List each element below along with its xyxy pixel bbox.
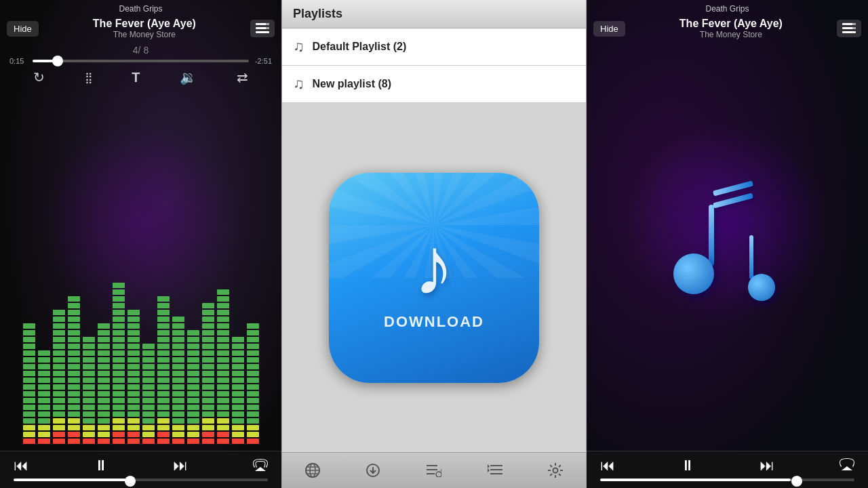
eq-segment-green [202, 357, 214, 363]
eq-segment-green [38, 357, 50, 363]
volume-button[interactable]: 🔉 [180, 69, 197, 85]
eq-segment-green [217, 303, 229, 308]
eq-segment-green [217, 391, 229, 396]
eq-segment-yellow [232, 425, 244, 430]
left-controls-row: ↻ ⣿ T 🔉 ⇄ [0, 65, 281, 89]
left-airplay-button[interactable] [253, 458, 268, 474]
eq-segment-green [68, 357, 80, 363]
eq-segment-green [202, 411, 214, 417]
eq-segment-green [127, 384, 140, 390]
playlist-tab[interactable] [420, 458, 448, 483]
track-current: 4 [133, 45, 138, 56]
eq-segment-green [157, 323, 170, 329]
right-track-album: The Money Store [625, 30, 837, 39]
eq-segment-green [157, 303, 170, 308]
svg-marker-5 [255, 467, 266, 471]
eq-segment-green [83, 391, 95, 396]
eq-segment-red [83, 439, 95, 444]
right-list-button[interactable] [837, 20, 861, 37]
playlist-item-new[interactable]: ♫ New playlist (8) [282, 66, 586, 103]
eq-segment-green [217, 357, 229, 363]
queue-tab[interactable] [481, 458, 509, 483]
right-prev-button[interactable]: ⏮ [600, 457, 615, 474]
eq-segment-yellow [53, 418, 65, 424]
left-track-counter: 4/ 8 [9, 45, 272, 56]
left-list-button[interactable] [250, 20, 275, 37]
eq-column [157, 296, 170, 444]
shuffle-button[interactable]: ⇄ [237, 69, 248, 85]
eq-segment-red [232, 439, 244, 444]
left-volume-thumb[interactable] [125, 476, 136, 487]
eq-segment-red [202, 432, 214, 437]
eq-segment-green [68, 391, 80, 396]
eq-segment-green [217, 337, 229, 342]
eq-segment-red [53, 432, 65, 437]
eq-segment-green [217, 323, 229, 329]
eq-column [113, 283, 125, 444]
eq-segment-green [157, 330, 170, 336]
eq-segment-green [157, 364, 170, 369]
eq-segment-yellow [98, 432, 110, 437]
eq-segment-green [68, 330, 80, 336]
eq-segment-green [217, 411, 229, 417]
left-volume-bar[interactable] [14, 479, 268, 481]
download-button[interactable]: ♪ DOWNLOAD [329, 173, 539, 383]
playlist-icon [427, 464, 441, 477]
eq-segment-green [172, 371, 184, 376]
left-seek-bar[interactable] [33, 60, 249, 62]
right-hide-button[interactable]: Hide [593, 21, 625, 37]
settings-tab[interactable] [542, 458, 569, 483]
eq-segment-green [157, 337, 170, 342]
eq-segment-green [217, 296, 229, 302]
eq-segment-green [202, 323, 214, 329]
playlist-item-default[interactable]: ♫ Default Playlist (2) [282, 28, 586, 66]
eq-segment-green [127, 350, 140, 356]
eq-segment-yellow [68, 425, 80, 430]
eq-segment-green [68, 337, 80, 342]
eq-segment-red [68, 432, 80, 437]
left-seek-thumb[interactable] [52, 56, 63, 66]
eq-segment-green [202, 350, 214, 356]
right-next-button[interactable]: ⏭ [760, 457, 774, 474]
right-airplay-button[interactable] [840, 457, 854, 474]
eq-segment-green [232, 337, 244, 342]
repeat-button[interactable]: ↻ [33, 69, 45, 85]
left-volume-row [7, 474, 275, 483]
eq-segment-green [202, 330, 214, 336]
eq-segment-green [247, 418, 259, 424]
eq-segment-green [127, 323, 140, 329]
eq-segment-green [232, 371, 244, 376]
lyrics-button[interactable]: T [132, 70, 140, 85]
eq-segment-green [68, 398, 80, 403]
eq-segment-green [53, 344, 65, 349]
eq-segment-green [127, 391, 140, 396]
right-pause-button[interactable]: ⏸ [680, 457, 695, 474]
eq-segment-yellow [98, 425, 110, 430]
eq-segment-yellow [232, 432, 244, 437]
left-pause-button[interactable]: ⏸ [94, 457, 108, 474]
list-icon [256, 23, 269, 34]
eq-segment-green [127, 398, 140, 403]
eq-segment-green [217, 310, 229, 315]
eq-segment-yellow [113, 418, 125, 424]
right-volume-thumb[interactable] [791, 476, 802, 487]
left-prev-button[interactable]: ⏮ [14, 457, 28, 474]
browse-tab[interactable] [299, 458, 326, 483]
eq-segment-green [247, 384, 259, 390]
eq-segment-green [157, 411, 170, 417]
eq-segment-green [187, 344, 199, 349]
right-player-panel: Death Grips Hide The Fever (Aye Aye) The… [587, 0, 868, 488]
left-hide-button[interactable]: Hide [7, 21, 39, 37]
equalizer-button[interactable]: ⣿ [85, 71, 92, 84]
eq-segment-red [98, 439, 110, 444]
eq-segment-green [23, 384, 35, 390]
download-label: DOWNLOAD [384, 313, 484, 331]
right-artist-header: Death Grips [587, 0, 868, 15]
right-artist-name: Death Grips [705, 4, 749, 14]
right-volume-bar[interactable] [600, 479, 854, 481]
download-tab[interactable] [359, 458, 387, 483]
playlist-name-1: Default Playlist (2) [313, 41, 407, 53]
left-next-button[interactable]: ⏭ [173, 457, 188, 474]
left-track-info: The Fever (Aye Aye) The Money Store [39, 18, 250, 39]
eq-segment-green [142, 398, 155, 403]
